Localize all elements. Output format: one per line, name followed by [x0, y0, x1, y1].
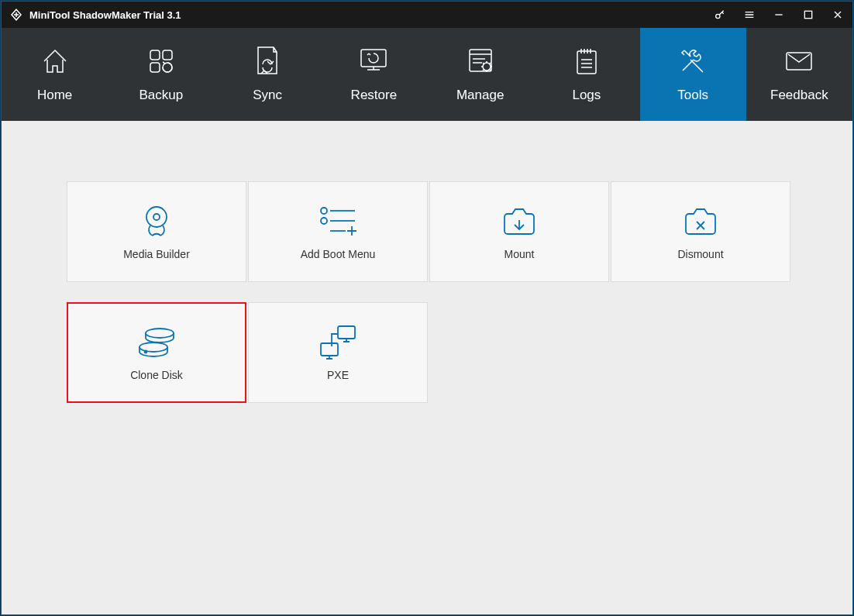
app-window: MiniTool ShadowMaker Trial 3.1 Home: [2, 2, 852, 614]
tool-label: Mount: [504, 248, 535, 260]
dismount-icon: [681, 203, 720, 239]
nav-label: Logs: [572, 88, 601, 103]
nav-backup[interactable]: Backup: [108, 28, 214, 121]
app-title: MiniTool ShadowMaker Trial 3.1: [29, 9, 181, 21]
svg-point-17: [145, 351, 147, 353]
svg-rect-2: [150, 50, 160, 60]
nav-label: Tools: [677, 88, 708, 103]
titlebar: MiniTool ShadowMaker Trial 3.1: [2, 2, 852, 28]
nav-home[interactable]: Home: [2, 28, 108, 121]
svg-rect-18: [338, 326, 355, 339]
nav-label: Home: [37, 88, 72, 103]
svg-point-13: [321, 208, 327, 214]
restore-icon: [356, 46, 391, 77]
backup-icon: [146, 46, 177, 77]
logs-icon: [573, 46, 600, 77]
manage-icon: [465, 46, 496, 77]
feedback-icon: [783, 46, 814, 77]
svg-point-12: [153, 214, 160, 220]
tool-label: Dismount: [677, 248, 723, 260]
nav-logs[interactable]: Logs: [533, 28, 639, 121]
nav-label: Feedback: [770, 88, 828, 103]
main-nav: Home Backup Sync Restore Manage: [2, 28, 852, 121]
tool-label: Add Boot Menu: [301, 248, 376, 260]
mount-icon: [500, 203, 539, 239]
nav-label: Sync: [253, 88, 282, 103]
tool-pxe[interactable]: PXE: [248, 302, 428, 403]
pxe-icon: [316, 324, 360, 360]
close-button[interactable]: [823, 2, 852, 28]
svg-rect-7: [470, 50, 491, 71]
tools-grid: Media Builder Add Boot Menu Mount Dismou…: [67, 181, 787, 403]
tools-icon: [677, 46, 709, 77]
nav-restore[interactable]: Restore: [321, 28, 427, 121]
tool-label: PXE: [327, 369, 349, 381]
add-boot-menu-icon: [316, 203, 360, 239]
sync-icon: [253, 46, 281, 77]
key-icon[interactable]: [705, 2, 735, 28]
svg-rect-4: [150, 63, 160, 72]
nav-label: Backup: [139, 88, 184, 103]
tool-label: Media Builder: [123, 248, 190, 260]
tool-clone-disk[interactable]: Clone Disk: [67, 302, 246, 403]
minimize-button[interactable]: [764, 2, 794, 28]
menu-icon[interactable]: [735, 2, 764, 28]
nav-tools[interactable]: Tools: [640, 28, 746, 121]
svg-point-14: [321, 218, 327, 224]
tool-media-builder[interactable]: Media Builder: [67, 181, 246, 282]
tool-mount[interactable]: Mount: [429, 181, 609, 282]
svg-rect-1: [804, 11, 811, 18]
tool-label: Clone Disk: [130, 369, 183, 381]
svg-point-0: [716, 14, 720, 18]
tools-content: Media Builder Add Boot Menu Mount Dismou…: [2, 121, 852, 614]
nav-sync[interactable]: Sync: [215, 28, 321, 121]
svg-rect-3: [163, 50, 172, 60]
tool-dismount[interactable]: Dismount: [611, 181, 790, 282]
svg-point-11: [146, 207, 167, 227]
nav-label: Manage: [456, 88, 504, 103]
nav-label: Restore: [351, 88, 398, 103]
svg-point-15: [146, 329, 174, 338]
maximize-button[interactable]: [794, 2, 823, 28]
svg-rect-9: [577, 51, 596, 74]
nav-manage[interactable]: Manage: [427, 28, 533, 121]
clone-disk-icon: [135, 324, 178, 360]
tool-add-boot-menu[interactable]: Add Boot Menu: [248, 181, 428, 282]
svg-rect-19: [321, 343, 338, 356]
nav-feedback[interactable]: Feedback: [746, 28, 852, 121]
media-builder-icon: [137, 203, 176, 239]
home-icon: [40, 46, 71, 77]
svg-point-16: [139, 342, 167, 352]
svg-rect-6: [361, 50, 386, 67]
app-logo-icon: [9, 8, 23, 22]
